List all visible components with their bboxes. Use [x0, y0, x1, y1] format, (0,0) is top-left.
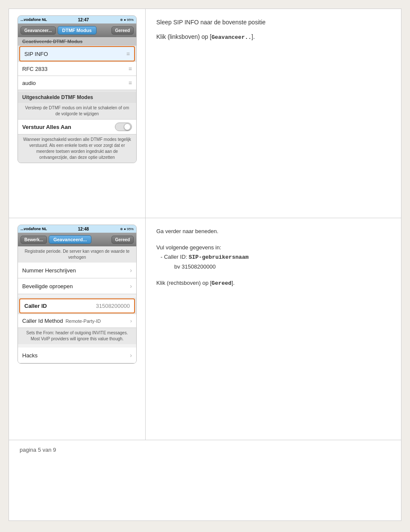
nav-bar-top: Geavanceer... DTMF Modus Gereed [18, 23, 136, 37]
time-bottom: 12:48 [78, 227, 89, 231]
hamburger-icon-0: ≡ [126, 50, 130, 57]
phone-panel-top: ...vodafone NL 12:47 ⊕ ● 95% Geavanceer.… [9, 9, 146, 218]
instructions-panel-bottom: Ga verder naar beneden. Vul volgende geg… [146, 218, 401, 440]
time-top: 12:47 [78, 18, 89, 22]
top-section: ...vodafone NL 12:47 ⊕ ● 95% Geavanceer.… [9, 9, 401, 218]
page-number: pagina 5 van 9 [20, 447, 56, 453]
toggle-knob [124, 123, 131, 130]
arrow-icon-1: › [130, 283, 132, 289]
list-item-audio[interactable]: audio ≡ [18, 76, 136, 90]
sip-info-label: SIP INFO [24, 51, 48, 57]
instr-line2-top: Klik (linksboven) op [Geavanceer..]. [156, 32, 390, 42]
instr-ga-verder: Ga verder naar beneden. [156, 227, 390, 236]
nav-btn-geavanceerd-top[interactable]: Geavanceer... [20, 26, 56, 35]
hamburger-icon-1: ≡ [129, 65, 132, 72]
list-item-nummer[interactable]: Nummer Herschrijven › [18, 263, 136, 278]
arrow-icon-hacks: › [130, 352, 132, 359]
hamburger-icon-2: ≡ [129, 79, 132, 86]
instr-vul-volgende: Vul volgende gegevens in: [156, 243, 390, 252]
instr-title-top: Sleep SIP INFO naar de bovenste positie [156, 18, 390, 27]
list-item-sip-info[interactable]: SIP INFO ≡ [19, 46, 135, 61]
instr-bullet-list: Caller ID: SIP-gebruikersnaam bv 3150820… [156, 252, 390, 272]
arrow-icon-0: › [130, 267, 132, 274]
status-bar-bottom: ...vodafone NL 12:48 ⊕ ● 95% [18, 225, 136, 233]
sets-desc: Sets the From: header of outgoing INVITE… [18, 328, 136, 344]
toggle-desc: Wanneer ingeschakeld worden alle DTMF mo… [18, 134, 136, 163]
caller-id-example: bv 31508200000 [161, 263, 216, 270]
spacer [18, 294, 136, 298]
caller-id-row[interactable]: Caller ID 31508200000 [19, 298, 135, 313]
toggle-label: Verstuur Alles Aan [22, 124, 71, 130]
audio-label: audio [22, 80, 36, 86]
phone-panel-bottom: ...vodafone NL 12:48 ⊕ ● 95% Bewerk... G… [9, 218, 146, 440]
page-wrapper: ...vodafone NL 12:47 ⊕ ● 95% Geavanceer.… [9, 9, 401, 521]
nav-btn-bewerk[interactable]: Bewerk... [20, 236, 47, 244]
bottom-section: ...vodafone NL 12:48 ⊕ ● 95% Bewerk... G… [9, 218, 401, 440]
phone-mockup-top: ...vodafone NL 12:47 ⊕ ● 95% Geavanceer.… [18, 15, 137, 163]
nav-btn-gereed-bottom[interactable]: Gereed [111, 236, 134, 244]
beveiligde-label: Beveiligde oproepen [22, 283, 73, 289]
caller-id-method-row[interactable]: Caller Id Method Remote-Party-ID › [18, 314, 136, 328]
caller-id-label: Caller ID [24, 303, 47, 309]
section-header-uitgeschakelde: Uitgeschakelde DTMF Modes [18, 92, 136, 103]
nummer-label: Nummer Herschrijven [22, 267, 76, 274]
status-icons-top: ⊕ ● 95% [120, 18, 134, 22]
section-desc-top: Versleep de DTMF modus om in/uit te scha… [18, 103, 136, 119]
carrier-top: ...vodafone NL [20, 18, 47, 22]
list-item-rfc2833[interactable]: RFC 2833 ≡ [18, 62, 136, 76]
rfc2833-label: RFC 2833 [22, 66, 47, 72]
instr-link-top: Geavanceer.. [211, 34, 252, 41]
list-item-hacks[interactable]: Hacks › [18, 348, 136, 363]
caller-id-method-label: Caller Id Method [22, 318, 63, 324]
caller-id-method-value: Remote-Party-ID [65, 319, 101, 324]
nav-btn-dtmf[interactable]: DTMF Modus [58, 26, 97, 35]
bullet-caller-id: Caller ID: SIP-gebruikersnaam bv 3150820… [161, 252, 390, 272]
status-bar-top: ...vodafone NL 12:47 ⊕ ● 95% [18, 16, 136, 23]
instr-klik-gereed: Klik (rechtsboven) op [Gereed]. [156, 278, 390, 288]
deactivated-label: Geactiveerde DTMF Modus [18, 37, 136, 46]
nav-btn-gereed-top[interactable]: Gereed [111, 26, 134, 35]
caller-id-mono: SIP-gebruikersnaam [189, 254, 249, 260]
caller-id-value: 31508200000 [96, 303, 130, 309]
nav-btn-geavanceerd-bottom[interactable]: Geavanceerd... [49, 235, 91, 244]
gereed-link: Gereed [211, 280, 231, 286]
page-footer: pagina 5 van 9 [9, 440, 401, 459]
hacks-label: Hacks [22, 352, 38, 359]
toggle-switch[interactable] [115, 123, 132, 131]
toggle-row[interactable]: Verstuur Alles Aan [18, 119, 136, 134]
list-item-beveiligde[interactable]: Beveiligde oproepen › [18, 278, 136, 294]
nav-bar-bottom: Bewerk... Geavanceerd... Gereed [18, 233, 136, 246]
phone-mockup-bottom: ...vodafone NL 12:48 ⊕ ● 95% Bewerk... G… [18, 225, 137, 364]
status-icons-bottom: ⊕ ● 95% [120, 227, 134, 231]
carrier-bottom: ...vodafone NL [20, 227, 47, 231]
spacer2 [18, 344, 136, 348]
instructions-panel-top: Sleep SIP INFO naar de bovenste positie … [146, 9, 401, 218]
arrow-icon-method: › [130, 318, 132, 324]
reg-desc: Registratie periode. De server kan vrage… [18, 246, 136, 263]
